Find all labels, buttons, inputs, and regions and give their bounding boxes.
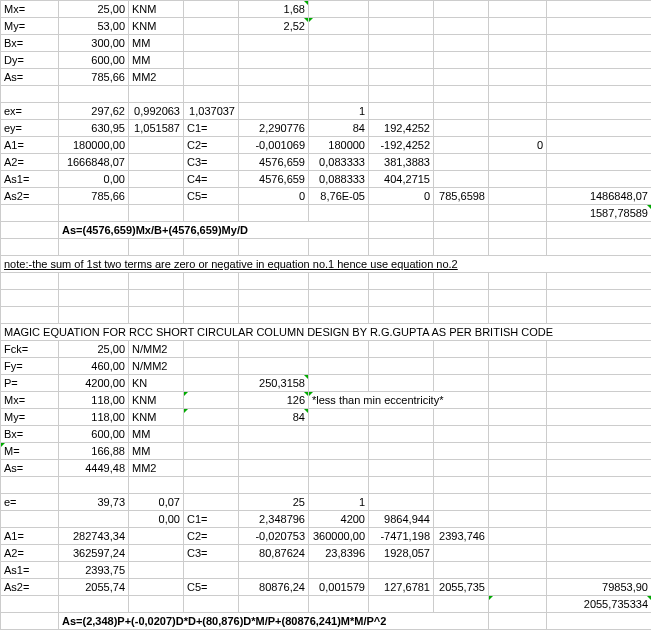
cell[interactable]: KNM xyxy=(129,409,184,426)
cell[interactable] xyxy=(369,341,434,358)
cell[interactable] xyxy=(184,18,239,35)
cell[interactable]: 1928,057 xyxy=(369,545,434,562)
formula-cell[interactable]: As=(4576,659)Mx/B+(4576,659)My/D xyxy=(59,222,369,239)
cell[interactable] xyxy=(59,307,129,324)
cell[interactable] xyxy=(129,545,184,562)
cell[interactable]: 404,2715 xyxy=(369,171,434,188)
cell[interactable] xyxy=(547,460,652,477)
cell[interactable] xyxy=(239,103,309,120)
cell[interactable]: 84 xyxy=(309,120,369,137)
cell[interactable] xyxy=(489,375,547,392)
cell[interactable] xyxy=(489,528,547,545)
cell[interactable] xyxy=(434,154,489,171)
cell[interactable]: 1587,78589 xyxy=(547,205,652,222)
cell[interactable]: 362597,24 xyxy=(59,545,129,562)
cell[interactable]: 0 xyxy=(239,188,309,205)
cell[interactable] xyxy=(309,375,369,392)
cell[interactable] xyxy=(489,171,547,188)
cell[interactable] xyxy=(547,137,652,154)
cell[interactable] xyxy=(434,120,489,137)
cell[interactable]: 25,00 xyxy=(59,1,129,18)
cell[interactable] xyxy=(547,613,652,630)
cell[interactable] xyxy=(184,477,239,494)
cell[interactable]: ey= xyxy=(1,120,59,137)
cell[interactable]: 785,66 xyxy=(59,188,129,205)
cell[interactable]: A1= xyxy=(1,528,59,545)
cell[interactable]: 180000 xyxy=(309,137,369,154)
cell[interactable] xyxy=(369,358,434,375)
row[interactable]: Dy=600,00MM xyxy=(1,52,652,69)
cell[interactable] xyxy=(239,426,309,443)
cell[interactable] xyxy=(369,1,434,18)
cell[interactable] xyxy=(129,290,184,307)
cell[interactable] xyxy=(1,307,59,324)
cell[interactable] xyxy=(489,392,547,409)
cell[interactable]: 2393,746 xyxy=(434,528,489,545)
cell[interactable]: C3= xyxy=(184,545,239,562)
cell[interactable]: 2393,75 xyxy=(59,562,129,579)
cell[interactable] xyxy=(59,596,129,613)
cell[interactable]: As2= xyxy=(1,188,59,205)
cell[interactable]: As1= xyxy=(1,562,59,579)
cell[interactable]: 0,992063 xyxy=(129,103,184,120)
cell[interactable] xyxy=(489,358,547,375)
row[interactable]: As2=2055,74C5=80876,240,001579127,678120… xyxy=(1,579,652,596)
cell[interactable] xyxy=(434,239,489,256)
cell[interactable]: 180000,00 xyxy=(59,137,129,154)
cell[interactable] xyxy=(309,18,369,35)
cell[interactable]: As2= xyxy=(1,579,59,596)
row[interactable]: 1587,78589 xyxy=(1,205,652,222)
cell[interactable]: 9864,944 xyxy=(369,511,434,528)
cell[interactable] xyxy=(129,171,184,188)
cell[interactable]: 8,76E-05 xyxy=(309,188,369,205)
cell[interactable]: 4200,00 xyxy=(59,375,129,392)
row[interactable] xyxy=(1,477,652,494)
cell[interactable] xyxy=(489,120,547,137)
cell[interactable]: Bx= xyxy=(1,35,59,52)
cell[interactable]: KNM xyxy=(129,18,184,35)
cell[interactable]: 84 xyxy=(239,409,309,426)
cell[interactable]: -0,020753 xyxy=(239,528,309,545)
cell[interactable]: 166,88 xyxy=(59,443,129,460)
cell[interactable] xyxy=(547,120,652,137)
cell[interactable] xyxy=(239,562,309,579)
cell[interactable] xyxy=(489,443,547,460)
cell[interactable]: 2055,74 xyxy=(59,579,129,596)
cell[interactable] xyxy=(547,1,652,18)
cell[interactable] xyxy=(184,392,239,409)
cell[interactable] xyxy=(547,171,652,188)
cell[interactable]: My= xyxy=(1,18,59,35)
cell[interactable] xyxy=(309,35,369,52)
cell[interactable] xyxy=(309,443,369,460)
cell[interactable] xyxy=(547,222,652,239)
cell[interactable]: e= xyxy=(1,494,59,511)
cell[interactable] xyxy=(239,239,309,256)
cell[interactable] xyxy=(434,358,489,375)
row[interactable]: As2=785,66C5=08,76E-050785,65981486848,0… xyxy=(1,188,652,205)
cell[interactable] xyxy=(129,596,184,613)
cell[interactable] xyxy=(309,596,369,613)
cell[interactable]: 53,00 xyxy=(59,18,129,35)
cell[interactable] xyxy=(369,307,434,324)
cell[interactable] xyxy=(239,341,309,358)
cell[interactable] xyxy=(184,562,239,579)
row[interactable]: As1=2393,75 xyxy=(1,562,652,579)
cell[interactable] xyxy=(547,477,652,494)
cell[interactable] xyxy=(129,528,184,545)
cell[interactable] xyxy=(239,35,309,52)
cell[interactable] xyxy=(547,307,652,324)
cell[interactable]: -192,4252 xyxy=(369,137,434,154)
cell[interactable] xyxy=(369,205,434,222)
cell[interactable]: 1,037037 xyxy=(184,103,239,120)
cell[interactable] xyxy=(309,290,369,307)
row[interactable]: Fy=460,00N/MM2 xyxy=(1,358,652,375)
cell[interactable] xyxy=(489,494,547,511)
cell[interactable]: C2= xyxy=(184,137,239,154)
cell[interactable]: 0 xyxy=(369,188,434,205)
cell[interactable]: 4576,659 xyxy=(239,171,309,188)
row[interactable]: M=166,88MM xyxy=(1,443,652,460)
row[interactable]: As=4449,48MM2 xyxy=(1,460,652,477)
row[interactable] xyxy=(1,290,652,307)
cell[interactable] xyxy=(129,273,184,290)
cell[interactable] xyxy=(547,69,652,86)
